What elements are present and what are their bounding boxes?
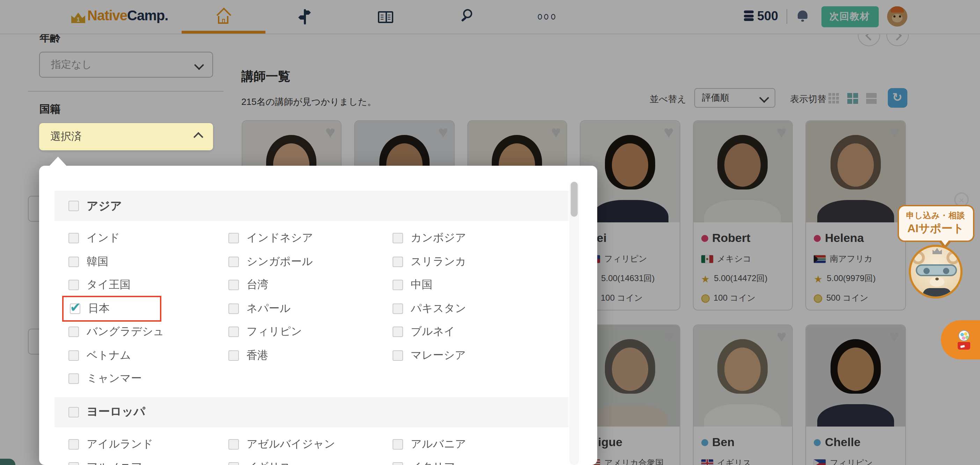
popover-scrollbar[interactable] [569, 181, 579, 465]
nationality-filter-popover: アジアインドインドネシアカンボジア韓国シンガポールスリランカタイ王国台湾中国日本… [39, 165, 597, 465]
checkbox-icon[interactable] [393, 257, 403, 267]
country-label: 中国 [411, 278, 433, 292]
checkbox-icon[interactable] [68, 374, 79, 384]
country-label: カンボジア [411, 231, 466, 246]
country-row: ミャンマー [54, 367, 568, 390]
country-checkbox-item[interactable]: シンガポール [228, 254, 313, 269]
checkbox-icon[interactable] [393, 280, 403, 291]
country-label: 日本 [88, 301, 110, 316]
section-checkbox[interactable] [68, 201, 79, 211]
country-checkbox-item[interactable]: アルバニア [393, 437, 466, 452]
country-row: 韓国シンガポールスリランカ [54, 250, 568, 273]
checkbox-icon[interactable] [393, 350, 403, 361]
filter-section-rows: アイルランドアゼルバイジャンアルバニアアルメニアイギリスイタリア [54, 427, 568, 465]
checkbox-icon[interactable] [68, 233, 79, 244]
gacha-floating-button[interactable] [941, 320, 980, 359]
country-label: マレーシア [411, 348, 466, 363]
country-label: フィリピン [247, 325, 302, 339]
gacha-machine-icon [957, 330, 971, 350]
country-label: ブルネイ [411, 325, 455, 339]
checkbox-icon[interactable] [228, 439, 239, 450]
country-checkbox-item[interactable]: パキスタン [393, 301, 466, 316]
checkbox-icon[interactable] [68, 463, 79, 465]
country-checkbox-item[interactable]: マレーシア [393, 348, 466, 363]
country-label: イタリア [411, 460, 455, 465]
country-checkbox-item[interactable]: ベトナム [68, 348, 131, 363]
country-label: ミャンマー [87, 372, 142, 386]
checkbox-icon[interactable] [68, 350, 79, 361]
ai-support-bubble[interactable]: 申し込み・相談 AIサポート [897, 205, 974, 241]
country-checkbox-item[interactable]: アゼルバイジャン [228, 437, 335, 452]
browser-viewport: 1 NativeCamp. 500 次回教材 [0, 0, 980, 465]
country-label: 台湾 [247, 278, 268, 292]
checkbox-icon[interactable] [393, 327, 403, 337]
country-checkbox-item[interactable]: イタリア [393, 460, 455, 465]
country-checkbox-list: アジアインドインドネシアカンボジア韓国シンガポールスリランカタイ王国台湾中国日本… [54, 181, 568, 465]
section-title: ヨーロッパ [87, 404, 145, 420]
checkbox-icon[interactable] [393, 439, 403, 450]
checkbox-icon[interactable] [393, 233, 403, 244]
country-label: 香港 [247, 348, 268, 363]
nationality-filter-value: 選択済 [50, 130, 82, 143]
checkbox-icon[interactable] [393, 463, 403, 465]
country-checkbox-item[interactable]: タイ王国 [68, 278, 130, 292]
country-row: アイルランドアゼルバイジャンアルバニア [54, 433, 568, 456]
country-label: インドネシア [247, 231, 313, 246]
country-checkbox-item[interactable]: アルメニア [68, 460, 142, 465]
section-checkbox[interactable] [68, 407, 79, 417]
country-checkbox-item[interactable]: ネパール [228, 301, 291, 316]
checkbox-checked-icon[interactable] [70, 304, 80, 314]
country-checkbox-item[interactable]: ブルネイ [393, 325, 455, 339]
country-label: シンガポール [247, 254, 313, 269]
nationality-filter-select[interactable]: 選択済 [39, 123, 213, 150]
country-label: ネパール [247, 301, 291, 316]
country-checkbox-item[interactable]: カンボジア [393, 231, 466, 246]
country-row: 日本ネパールパキスタン [54, 297, 568, 320]
checkbox-icon[interactable] [228, 463, 239, 465]
country-label: イギリス [247, 460, 291, 465]
popover-scrollbar-thumb[interactable] [570, 182, 578, 217]
ai-support-line1: 申し込み・相談 [906, 210, 965, 221]
close-icon: × [959, 195, 964, 205]
checkbox-icon[interactable] [228, 304, 239, 314]
checkbox-icon[interactable] [68, 257, 79, 267]
country-checkbox-item[interactable]: バングラデシュ [68, 325, 164, 339]
filter-section-rows: インドインドネシアカンボジア韓国シンガポールスリランカタイ王国台湾中国日本ネパー… [54, 221, 568, 390]
country-checkbox-item[interactable]: アイルランド [68, 437, 153, 452]
checkbox-icon[interactable] [228, 350, 239, 361]
country-checkbox-item[interactable]: インド [68, 231, 120, 246]
country-label: アゼルバイジャン [247, 437, 335, 452]
mascot-crown [932, 248, 942, 254]
country-label: スリランカ [411, 254, 466, 269]
country-checkbox-item[interactable]: スリランカ [393, 254, 466, 269]
country-row: タイ王国台湾中国 [54, 273, 568, 297]
checkbox-icon[interactable] [228, 257, 239, 267]
country-checkbox-item[interactable]: 中国 [393, 278, 433, 292]
ai-mascot-avatar[interactable] [908, 244, 962, 298]
checkbox-icon[interactable] [228, 280, 239, 291]
country-checkbox-item[interactable]: 韓国 [68, 254, 108, 269]
mascot-goggles [915, 264, 956, 276]
country-label: アルバニア [411, 437, 466, 452]
checkbox-icon[interactable] [68, 327, 79, 337]
checkbox-icon[interactable] [228, 233, 239, 244]
filter-section-header: アジア [54, 191, 568, 221]
country-checkbox-item[interactable]: インドネシア [228, 231, 313, 246]
country-label: タイ王国 [87, 278, 130, 292]
country-checkbox-item[interactable]: ミャンマー [68, 372, 142, 386]
country-checkbox-item[interactable]: イギリス [228, 460, 291, 465]
checkbox-icon[interactable] [228, 327, 239, 337]
country-label: 韓国 [87, 254, 108, 269]
checkbox-icon[interactable] [68, 439, 79, 450]
country-checkbox-item[interactable]: 香港 [228, 348, 268, 363]
country-checkbox-item[interactable]: 日本 [62, 296, 161, 322]
popover-pointer [49, 157, 67, 166]
checkbox-icon[interactable] [68, 280, 79, 291]
country-checkbox-item[interactable]: フィリピン [228, 325, 302, 339]
chevron-up-icon [194, 132, 203, 142]
country-row: ベトナム香港マレーシア [54, 344, 568, 367]
page: 1 NativeCamp. 500 次回教材 [0, 0, 980, 465]
checkbox-icon[interactable] [393, 304, 403, 314]
ai-support-line2: AIサポート [907, 221, 964, 236]
country-checkbox-item[interactable]: 台湾 [228, 278, 268, 292]
